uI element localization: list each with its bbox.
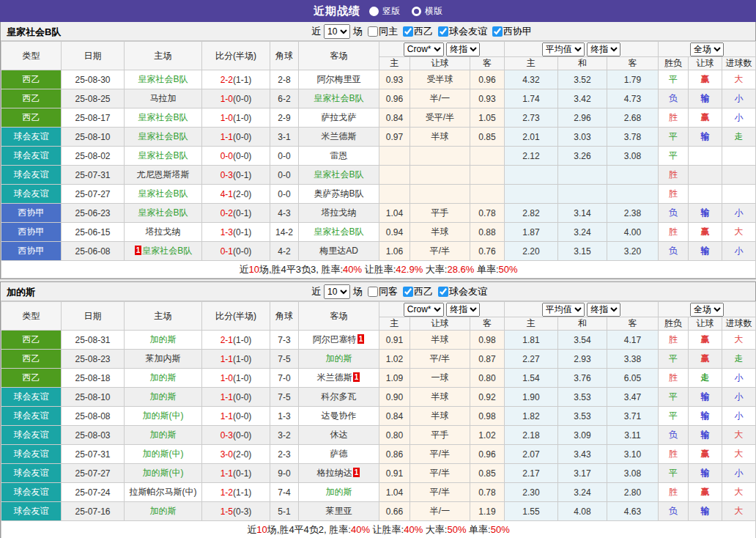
radio-horizontal-layout[interactable]: 横版	[412, 5, 442, 18]
home-team-name: 加的斯	[150, 430, 177, 440]
league-filter-label: 球会友谊	[449, 25, 487, 38]
layout-radio-group: 竖版 横版	[369, 5, 442, 18]
halftime-score: (0-0)	[233, 246, 251, 257]
summary-segment: 场,胜4平3负3, 胜率:	[259, 264, 343, 275]
home-team-cell: 莱加内斯	[125, 350, 202, 369]
league-filter-checkbox[interactable]: 西乙	[403, 25, 433, 38]
col-header-result-handicap: 让球	[689, 317, 722, 331]
europe-source-select[interactable]: 平均值	[542, 43, 585, 56]
fulltime-score: 1-0	[220, 373, 233, 383]
result-value: 胜	[669, 449, 678, 459]
handicap-away-odds-cell: 0.87	[470, 350, 505, 369]
avg-home-odds-cell: 2.20	[505, 242, 558, 261]
home-team-name: 加的斯(中)	[143, 410, 184, 421]
col-header-corner: 角球	[270, 42, 299, 70]
radio-selected-icon	[369, 7, 379, 16]
handicap-time-select[interactable]: 终指	[446, 303, 480, 317]
league-filter-checkbox-input[interactable]	[403, 26, 413, 37]
result-value: 输	[701, 207, 710, 218]
home-team-cell: 尤尼恩斯塔斯	[125, 166, 202, 185]
same-venue-checkbox-input[interactable]	[368, 287, 378, 297]
league-filter-checkbox[interactable]: 西协甲	[492, 25, 532, 38]
avg-draw-odds-cell: 2.93	[558, 350, 607, 369]
col-header-date: 日期	[62, 42, 125, 70]
away-team-cell: 奥萨苏纳B队	[299, 185, 379, 204]
result-scope-select[interactable]: 全场	[690, 43, 724, 56]
handicap-time-select[interactable]: 终指	[446, 43, 480, 56]
league-filter-checkbox-input[interactable]	[403, 287, 413, 297]
result-scope-select[interactable]: 全场	[690, 303, 724, 317]
handicap-home-odds-cell: 0.84	[379, 108, 410, 128]
handicap-home-odds-cell: 0.93	[379, 70, 410, 89]
date-cell: 25-08-10	[62, 388, 125, 407]
halftime-score: (1-1)	[233, 487, 251, 498]
handicap-away-odds-cell: 0.98	[470, 331, 505, 350]
corner-cell: 4-3	[270, 204, 299, 223]
halftime-score: (2-0)	[233, 189, 251, 199]
europe-source-select[interactable]: 平均值	[542, 303, 585, 317]
matches-tbody: 西乙25-08-31加的斯2-1(1-0)7-3阿尔巴塞特10.91半球0.98…	[1, 331, 756, 538]
handicap-line-cell: 平/半	[410, 464, 470, 483]
halftime-score: (0-1)	[233, 170, 251, 180]
europe-time-select[interactable]: 终指	[587, 43, 620, 56]
league-filter-checkbox[interactable]: 西乙	[403, 285, 433, 298]
result-scope-header: 全场	[659, 302, 756, 317]
corner-cell: 14-2	[270, 223, 299, 242]
result-value: 赢	[701, 226, 710, 237]
league-filter-checkbox-input[interactable]	[438, 287, 448, 297]
halftime-score: (0-0)	[233, 151, 251, 161]
league-filter-checkbox[interactable]: 球会友谊	[438, 285, 487, 298]
date-cell: 25-07-31	[62, 445, 125, 464]
result-value: 输	[701, 246, 710, 256]
league-badge-cell: 西乙	[1, 369, 62, 388]
handicap-line-cell: 半球	[410, 223, 470, 242]
date-cell: 25-07-16	[62, 502, 125, 521]
result-outcome-cell: 胜	[659, 108, 689, 128]
away-team-name: 雷恩	[330, 150, 348, 161]
match-count-select[interactable]: 10	[324, 24, 350, 39]
league-badge-cell: 球会友谊	[1, 388, 62, 407]
result-goals-cell: 小	[722, 464, 756, 483]
europe-time-select[interactable]: 终指	[587, 303, 620, 317]
same-venue-checkbox[interactable]: 同客	[368, 285, 398, 298]
home-team-cell: 加的斯	[125, 388, 202, 407]
handicap-away-odds-cell	[470, 166, 505, 185]
matches-table: 类型 日期 主场 比分(半场) 角球 客场 Crow* 终指 平均值 终指	[1, 41, 756, 279]
avg-home-odds-cell: 1.74	[505, 89, 558, 108]
league-filter-checkbox-input[interactable]	[492, 26, 503, 37]
handicap-source-select[interactable]: Crow*	[404, 43, 444, 56]
col-header-avg-away: 客	[607, 317, 659, 331]
home-team-cell: 皇家社会B队	[125, 128, 202, 147]
avg-home-odds-cell: 1.87	[505, 223, 558, 242]
league-badge-cell: 西乙	[1, 350, 62, 369]
same-venue-checkbox[interactable]: 同主	[368, 25, 398, 38]
date-cell: 25-08-30	[62, 70, 125, 89]
handicap-source-select[interactable]: Crow*	[404, 303, 444, 317]
radio-unselected-icon	[412, 7, 421, 16]
tables-container: 皇家社会B队 近 10 场 同主 西乙球会友谊西协甲	[0, 22, 756, 538]
home-team-name: 尤尼恩斯塔斯	[137, 169, 190, 180]
avg-away-odds-cell: 3.38	[607, 350, 659, 369]
result-outcome-cell: 胜	[659, 166, 689, 185]
result-outcome-cell: 胜	[659, 331, 689, 350]
radio-vertical-layout[interactable]: 竖版	[369, 5, 400, 18]
league-filter-checkbox[interactable]: 球会友谊	[438, 25, 487, 38]
avg-draw-odds-cell	[558, 166, 607, 185]
avg-draw-odds-cell: 3.76	[558, 369, 607, 388]
result-value: 胜	[669, 169, 678, 180]
league-filter-checkbox-input[interactable]	[438, 26, 448, 37]
handicap-home-odds-cell	[379, 147, 410, 166]
date-cell: 25-06-08	[62, 242, 125, 261]
fulltime-score: 1-1	[220, 392, 233, 402]
result-outcome-cell: 胜	[659, 185, 689, 204]
score-cell: 3-0(2-0)	[202, 445, 270, 464]
same-venue-checkbox-input[interactable]	[368, 26, 378, 37]
filter-controls: 近 10 场 同客 西乙球会友谊	[311, 282, 487, 301]
home-team-name: 拉斯帕尔马斯(中)	[130, 487, 197, 497]
fulltime-score: 1-0	[220, 94, 233, 104]
date-cell: 25-08-31	[62, 331, 125, 350]
result-handicap-cell: 输	[689, 204, 722, 223]
avg-home-odds-cell: 2.17	[505, 464, 558, 483]
match-count-select[interactable]: 10	[324, 284, 350, 299]
avg-draw-odds-cell: 3.24	[558, 483, 607, 502]
